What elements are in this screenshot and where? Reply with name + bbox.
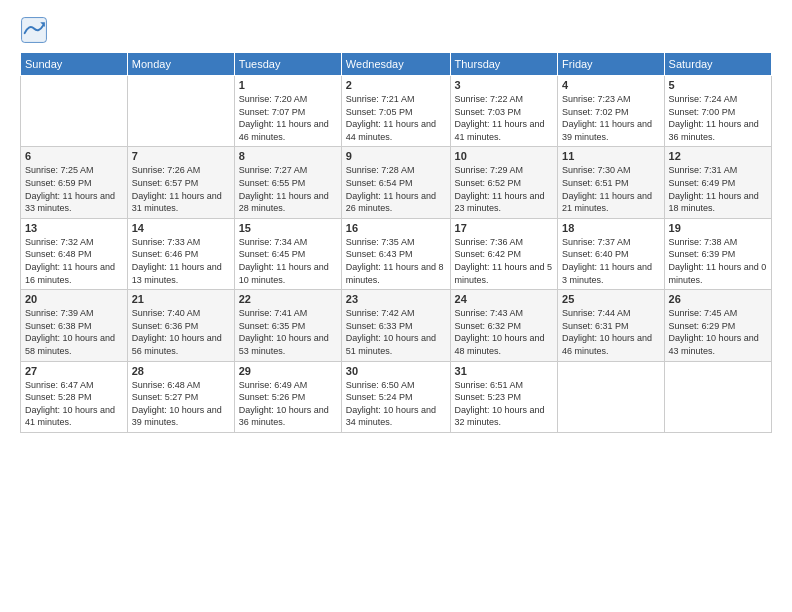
calendar-cell bbox=[558, 361, 665, 432]
day-number: 21 bbox=[132, 293, 230, 305]
calendar-cell: 21Sunrise: 7:40 AMSunset: 6:36 PMDayligh… bbox=[127, 290, 234, 361]
logo bbox=[20, 16, 52, 44]
day-info: Sunrise: 7:26 AMSunset: 6:57 PMDaylight:… bbox=[132, 164, 230, 214]
calendar-cell: 2Sunrise: 7:21 AMSunset: 7:05 PMDaylight… bbox=[341, 76, 450, 147]
calendar-cell: 9Sunrise: 7:28 AMSunset: 6:54 PMDaylight… bbox=[341, 147, 450, 218]
day-info: Sunrise: 7:43 AMSunset: 6:32 PMDaylight:… bbox=[455, 307, 554, 357]
day-number: 18 bbox=[562, 222, 660, 234]
day-number: 8 bbox=[239, 150, 337, 162]
day-number: 11 bbox=[562, 150, 660, 162]
day-number: 24 bbox=[455, 293, 554, 305]
day-number: 20 bbox=[25, 293, 123, 305]
calendar-cell: 13Sunrise: 7:32 AMSunset: 6:48 PMDayligh… bbox=[21, 218, 128, 289]
calendar-header-tuesday: Tuesday bbox=[234, 53, 341, 76]
day-info: Sunrise: 7:38 AMSunset: 6:39 PMDaylight:… bbox=[669, 236, 767, 286]
day-number: 28 bbox=[132, 365, 230, 377]
day-info: Sunrise: 7:35 AMSunset: 6:43 PMDaylight:… bbox=[346, 236, 446, 286]
day-number: 4 bbox=[562, 79, 660, 91]
calendar-cell: 7Sunrise: 7:26 AMSunset: 6:57 PMDaylight… bbox=[127, 147, 234, 218]
calendar-cell bbox=[664, 361, 771, 432]
day-number: 19 bbox=[669, 222, 767, 234]
calendar-week-row: 20Sunrise: 7:39 AMSunset: 6:38 PMDayligh… bbox=[21, 290, 772, 361]
calendar-cell: 19Sunrise: 7:38 AMSunset: 6:39 PMDayligh… bbox=[664, 218, 771, 289]
day-info: Sunrise: 7:24 AMSunset: 7:00 PMDaylight:… bbox=[669, 93, 767, 143]
calendar-cell: 20Sunrise: 7:39 AMSunset: 6:38 PMDayligh… bbox=[21, 290, 128, 361]
day-info: Sunrise: 6:47 AMSunset: 5:28 PMDaylight:… bbox=[25, 379, 123, 429]
calendar-cell: 3Sunrise: 7:22 AMSunset: 7:03 PMDaylight… bbox=[450, 76, 558, 147]
calendar-cell: 24Sunrise: 7:43 AMSunset: 6:32 PMDayligh… bbox=[450, 290, 558, 361]
calendar-cell: 4Sunrise: 7:23 AMSunset: 7:02 PMDaylight… bbox=[558, 76, 665, 147]
day-info: Sunrise: 7:37 AMSunset: 6:40 PMDaylight:… bbox=[562, 236, 660, 286]
day-info: Sunrise: 7:44 AMSunset: 6:31 PMDaylight:… bbox=[562, 307, 660, 357]
page: SundayMondayTuesdayWednesdayThursdayFrid… bbox=[0, 0, 792, 612]
day-number: 9 bbox=[346, 150, 446, 162]
calendar-cell: 28Sunrise: 6:48 AMSunset: 5:27 PMDayligh… bbox=[127, 361, 234, 432]
day-info: Sunrise: 7:34 AMSunset: 6:45 PMDaylight:… bbox=[239, 236, 337, 286]
day-number: 15 bbox=[239, 222, 337, 234]
day-info: Sunrise: 6:50 AMSunset: 5:24 PMDaylight:… bbox=[346, 379, 446, 429]
calendar-cell: 10Sunrise: 7:29 AMSunset: 6:52 PMDayligh… bbox=[450, 147, 558, 218]
day-info: Sunrise: 7:33 AMSunset: 6:46 PMDaylight:… bbox=[132, 236, 230, 286]
calendar-header-row: SundayMondayTuesdayWednesdayThursdayFrid… bbox=[21, 53, 772, 76]
calendar-week-row: 6Sunrise: 7:25 AMSunset: 6:59 PMDaylight… bbox=[21, 147, 772, 218]
day-info: Sunrise: 7:23 AMSunset: 7:02 PMDaylight:… bbox=[562, 93, 660, 143]
day-number: 31 bbox=[455, 365, 554, 377]
calendar-cell bbox=[21, 76, 128, 147]
calendar-cell: 5Sunrise: 7:24 AMSunset: 7:00 PMDaylight… bbox=[664, 76, 771, 147]
day-number: 10 bbox=[455, 150, 554, 162]
calendar-week-row: 1Sunrise: 7:20 AMSunset: 7:07 PMDaylight… bbox=[21, 76, 772, 147]
day-number: 29 bbox=[239, 365, 337, 377]
day-number: 7 bbox=[132, 150, 230, 162]
day-info: Sunrise: 6:48 AMSunset: 5:27 PMDaylight:… bbox=[132, 379, 230, 429]
calendar-cell: 18Sunrise: 7:37 AMSunset: 6:40 PMDayligh… bbox=[558, 218, 665, 289]
day-info: Sunrise: 7:20 AMSunset: 7:07 PMDaylight:… bbox=[239, 93, 337, 143]
calendar-header-thursday: Thursday bbox=[450, 53, 558, 76]
calendar-header-sunday: Sunday bbox=[21, 53, 128, 76]
day-number: 5 bbox=[669, 79, 767, 91]
day-info: Sunrise: 7:22 AMSunset: 7:03 PMDaylight:… bbox=[455, 93, 554, 143]
day-info: Sunrise: 7:27 AMSunset: 6:55 PMDaylight:… bbox=[239, 164, 337, 214]
day-number: 16 bbox=[346, 222, 446, 234]
calendar-cell: 22Sunrise: 7:41 AMSunset: 6:35 PMDayligh… bbox=[234, 290, 341, 361]
logo-icon bbox=[20, 16, 48, 44]
day-number: 25 bbox=[562, 293, 660, 305]
calendar-cell: 26Sunrise: 7:45 AMSunset: 6:29 PMDayligh… bbox=[664, 290, 771, 361]
calendar-cell: 25Sunrise: 7:44 AMSunset: 6:31 PMDayligh… bbox=[558, 290, 665, 361]
day-number: 22 bbox=[239, 293, 337, 305]
calendar-cell: 15Sunrise: 7:34 AMSunset: 6:45 PMDayligh… bbox=[234, 218, 341, 289]
day-number: 14 bbox=[132, 222, 230, 234]
calendar-cell: 31Sunrise: 6:51 AMSunset: 5:23 PMDayligh… bbox=[450, 361, 558, 432]
calendar-table: SundayMondayTuesdayWednesdayThursdayFrid… bbox=[20, 52, 772, 433]
day-number: 23 bbox=[346, 293, 446, 305]
day-number: 30 bbox=[346, 365, 446, 377]
day-number: 13 bbox=[25, 222, 123, 234]
calendar-header-wednesday: Wednesday bbox=[341, 53, 450, 76]
calendar-header-saturday: Saturday bbox=[664, 53, 771, 76]
calendar-cell bbox=[127, 76, 234, 147]
day-info: Sunrise: 7:28 AMSunset: 6:54 PMDaylight:… bbox=[346, 164, 446, 214]
day-info: Sunrise: 7:31 AMSunset: 6:49 PMDaylight:… bbox=[669, 164, 767, 214]
calendar-week-row: 13Sunrise: 7:32 AMSunset: 6:48 PMDayligh… bbox=[21, 218, 772, 289]
calendar-header-friday: Friday bbox=[558, 53, 665, 76]
day-info: Sunrise: 7:42 AMSunset: 6:33 PMDaylight:… bbox=[346, 307, 446, 357]
day-number: 12 bbox=[669, 150, 767, 162]
calendar-cell: 30Sunrise: 6:50 AMSunset: 5:24 PMDayligh… bbox=[341, 361, 450, 432]
calendar-cell: 11Sunrise: 7:30 AMSunset: 6:51 PMDayligh… bbox=[558, 147, 665, 218]
calendar-cell: 29Sunrise: 6:49 AMSunset: 5:26 PMDayligh… bbox=[234, 361, 341, 432]
day-info: Sunrise: 7:39 AMSunset: 6:38 PMDaylight:… bbox=[25, 307, 123, 357]
day-info: Sunrise: 6:49 AMSunset: 5:26 PMDaylight:… bbox=[239, 379, 337, 429]
day-info: Sunrise: 7:25 AMSunset: 6:59 PMDaylight:… bbox=[25, 164, 123, 214]
day-info: Sunrise: 7:41 AMSunset: 6:35 PMDaylight:… bbox=[239, 307, 337, 357]
calendar-cell: 14Sunrise: 7:33 AMSunset: 6:46 PMDayligh… bbox=[127, 218, 234, 289]
day-number: 6 bbox=[25, 150, 123, 162]
day-info: Sunrise: 6:51 AMSunset: 5:23 PMDaylight:… bbox=[455, 379, 554, 429]
calendar-week-row: 27Sunrise: 6:47 AMSunset: 5:28 PMDayligh… bbox=[21, 361, 772, 432]
calendar-cell: 27Sunrise: 6:47 AMSunset: 5:28 PMDayligh… bbox=[21, 361, 128, 432]
day-info: Sunrise: 7:29 AMSunset: 6:52 PMDaylight:… bbox=[455, 164, 554, 214]
calendar-cell: 6Sunrise: 7:25 AMSunset: 6:59 PMDaylight… bbox=[21, 147, 128, 218]
day-info: Sunrise: 7:40 AMSunset: 6:36 PMDaylight:… bbox=[132, 307, 230, 357]
calendar-cell: 17Sunrise: 7:36 AMSunset: 6:42 PMDayligh… bbox=[450, 218, 558, 289]
calendar-cell: 16Sunrise: 7:35 AMSunset: 6:43 PMDayligh… bbox=[341, 218, 450, 289]
day-info: Sunrise: 7:32 AMSunset: 6:48 PMDaylight:… bbox=[25, 236, 123, 286]
calendar-cell: 23Sunrise: 7:42 AMSunset: 6:33 PMDayligh… bbox=[341, 290, 450, 361]
